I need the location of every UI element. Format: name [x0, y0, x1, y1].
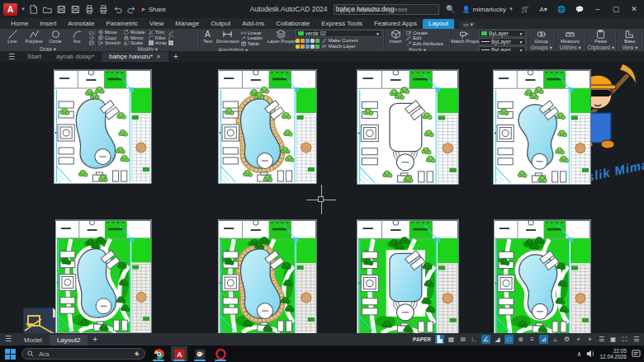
units-icon[interactable]: ⌖ — [585, 335, 594, 344]
customize-icon[interactable]: ☰ — [632, 335, 641, 344]
stretch-tool[interactable]: Stretch — [98, 40, 121, 45]
measure-tool[interactable]: Measure — [557, 30, 584, 45]
panel-label-groups[interactable]: Groups ▾ — [528, 45, 555, 51]
garden-plan-kidney-deck-colored[interactable] — [217, 219, 318, 335]
fillet-tool[interactable]: Fillet — [149, 35, 167, 40]
taskbar-app-opera[interactable] — [212, 346, 229, 361]
ribbon-display-options[interactable]: ▭ ▾ — [459, 21, 477, 29]
trim-tool[interactable]: Trim — [149, 30, 167, 35]
print-button[interactable] — [99, 4, 109, 14]
grid-icon[interactable]: ▦ — [447, 335, 456, 344]
notification-icon[interactable] — [632, 350, 641, 358]
panel-label-clipboard[interactable]: Clipboard ▾ — [586, 45, 616, 51]
close-tab-icon[interactable]: ✕ — [156, 54, 161, 60]
array-tool[interactable]: Array — [149, 40, 167, 45]
file-tab-bahçe-havuzu-[interactable]: bahçe havuzu*✕ — [102, 52, 168, 62]
file-tab-aynalı-dolap-[interactable]: aynalı dolap* — [49, 52, 102, 62]
start-button[interactable] — [3, 347, 17, 360]
snap-mode-icon[interactable]: ⊞ — [458, 335, 467, 344]
panel-label-utilities[interactable]: Utilities ▾ — [556, 45, 585, 51]
table-tool[interactable]: Table — [241, 41, 263, 46]
taskbar-app-autocad[interactable]: A — [171, 346, 187, 361]
new-file-button[interactable] — [29, 4, 39, 14]
save-button[interactable] — [71, 4, 81, 14]
ribbon-tab-insert[interactable]: Insert — [34, 19, 62, 29]
dynamic-input-icon[interactable]: ⊿ — [539, 335, 548, 344]
garden-plan-freeform-line[interactable] — [492, 68, 592, 186]
layout-tab-model[interactable]: Model — [17, 335, 50, 346]
linetype-dropdown[interactable]: ByLayer▼ — [479, 38, 526, 45]
line-tool[interactable]: Line — [2, 30, 23, 46]
osnap-icon[interactable]: □ — [504, 335, 514, 344]
workspace-gear-icon[interactable]: ⚙ — [562, 335, 571, 344]
garden-plan-rect-colored[interactable] — [356, 219, 460, 336]
taskbar-search-input[interactable] — [37, 350, 111, 359]
garden-plan-kidney-line[interactable] — [53, 68, 153, 185]
drawing-canvas[interactable]: Pislik Mimar .dwg DOWNLOAD — [0, 62, 644, 333]
ribbon-tab-collaborate[interactable]: Collaborate — [270, 19, 315, 29]
maximize-button[interactable]: ▢ — [609, 2, 623, 16]
file-tab-menu-icon[interactable]: ☰ — [3, 53, 20, 62]
isodraft-icon[interactable]: ◢ — [493, 335, 502, 344]
ribbon-tab-express-tools[interactable]: Express Tools — [315, 19, 368, 29]
app-menu-caret-icon[interactable]: ▼ — [21, 7, 26, 12]
garden-plan-rect-line[interactable] — [356, 68, 460, 186]
lineweight-icon[interactable]: ≡ — [528, 335, 537, 344]
help-search-input[interactable] — [334, 4, 439, 15]
scale-tool[interactable]: Scale — [124, 40, 145, 45]
open-folder-button[interactable] — [43, 4, 53, 14]
ribbon-tab-manage[interactable]: Manage — [169, 19, 205, 29]
taskbar-app-chrome[interactable] — [150, 346, 167, 361]
print-button[interactable] — [85, 4, 95, 14]
clean-screen-icon[interactable]: ⛶ — [620, 335, 629, 344]
polar-tracking-icon[interactable]: ∠ — [481, 335, 490, 344]
tray-clock[interactable]: 22:05 12.04.2026 — [599, 348, 627, 360]
garden-plan-kidney-colored[interactable] — [54, 219, 153, 334]
graphics-performance-icon[interactable]: ▣ — [608, 335, 618, 344]
ortho-icon[interactable]: ∟ — [470, 335, 479, 344]
garden-plan-kidney-deck-line[interactable] — [217, 68, 318, 185]
minimize-button[interactable]: – — [591, 2, 604, 16]
file-tab-start[interactable]: Start — [20, 52, 49, 62]
autodesk-a-icon[interactable]: A▾ — [537, 2, 550, 16]
new-layout-button[interactable]: + — [88, 335, 102, 345]
layer-state-icons[interactable] — [296, 39, 320, 43]
ribbon-tab-add-ins[interactable]: Add-ins — [236, 19, 270, 29]
hatch-tool[interactable] — [89, 40, 94, 45]
account-menu[interactable]: 👤 mimarlucky ▼ — [462, 6, 514, 13]
redo-button[interactable] — [127, 4, 137, 14]
text-tool[interactable]: AText — [201, 30, 215, 47]
match-properties-tool[interactable]: Match Properties — [452, 30, 477, 54]
dimension-tool[interactable]: Dimension — [216, 30, 239, 47]
ribbon-tab-output[interactable]: Output — [205, 19, 236, 29]
ribbon-tab-home[interactable]: Home — [5, 19, 34, 29]
array-extra-tool[interactable] — [168, 40, 173, 45]
paper-space-label[interactable]: PAPER — [413, 336, 431, 342]
layout-menu-icon[interactable]: ☰ — [0, 335, 17, 344]
app-store-icon[interactable]: 🛒 — [519, 2, 532, 16]
undo-button[interactable] — [113, 4, 123, 14]
polyline-tool[interactable]: Polyline — [23, 30, 45, 46]
edit-attributes-tool[interactable]: Edit Attributes — [406, 41, 443, 46]
volume-icon[interactable] — [586, 350, 594, 358]
insert-tool[interactable]: Insert — [386, 30, 405, 47]
quick-properties-icon[interactable]: ☰ — [597, 335, 606, 344]
mirror-tool[interactable]: Mirror — [124, 35, 145, 40]
annotation-scale-icon[interactable]: ▵ — [551, 335, 560, 344]
rotate-tool[interactable]: Rotate — [124, 30, 145, 35]
ribbon-tab-annotate[interactable]: Annotate — [62, 19, 100, 29]
save-button[interactable] — [57, 4, 67, 14]
make-current-tool[interactable]: Make Current — [322, 38, 358, 43]
ribbon-tab-layout[interactable]: Layout — [423, 19, 454, 29]
garden-plan-freeform-colored[interactable] — [493, 219, 592, 336]
group-tool[interactable]: Group — [530, 30, 553, 45]
help-icon[interactable]: 🌐 — [555, 2, 568, 16]
move-tool[interactable]: Move — [98, 30, 121, 35]
panel-label-view[interactable]: View ▾ — [617, 45, 643, 51]
tray-expand-icon[interactable]: ∧ — [577, 350, 582, 358]
layout-tab-layout2[interactable]: Layout2 — [50, 335, 88, 346]
ribbon-tab-view[interactable]: View — [144, 19, 169, 29]
layer-properties-tool[interactable]: Layer Properties — [269, 30, 294, 49]
share-button[interactable]: ➤ Share — [140, 6, 166, 13]
copy-tool[interactable]: Copy — [98, 35, 121, 40]
